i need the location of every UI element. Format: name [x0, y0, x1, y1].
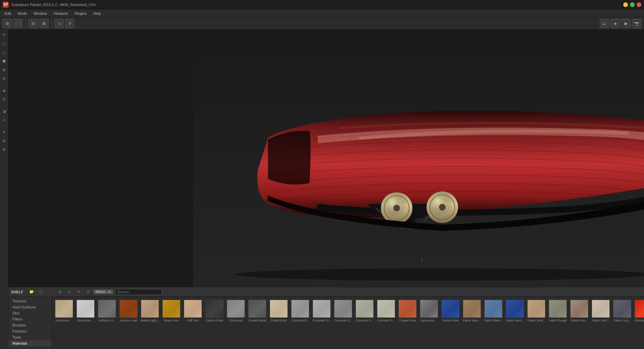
shelf-cat-filters[interactable]: Filters [8, 316, 52, 322]
toolbar-file-btn[interactable]: 🗂 [600, 19, 609, 28]
shelf-options-btn[interactable]: ⋯ [47, 288, 54, 296]
svg-point-6 [393, 205, 400, 211]
toolbar-mat-btn[interactable]: ◈ [610, 19, 620, 28]
material-item-9[interactable]: Coated Metal [247, 299, 267, 322]
shelf-title: SHELF [11, 290, 23, 294]
menu-viewport[interactable]: Viewport [50, 11, 71, 16]
shelf-header: SHELF 📁 ☐ ⋯ ⊘ ≡ ↻ ⊙ Materi... ✕ ⊞ — ✕ [8, 287, 644, 297]
material-item-13[interactable]: Concrete D... [333, 299, 353, 322]
toolbar: ⊞ ⋮⋮ ⊟ ⊠ ▭ ↺ 🗂 ◈ ▶ 📷 [0, 17, 644, 30]
shelf: SHELF 📁 ☐ ⋯ ⊘ ≡ ↻ ⊙ Materi... ✕ ⊞ — ✕ T [8, 287, 644, 349]
material-item-16[interactable]: Copper Pure [397, 299, 418, 322]
shelf-sidebar: Textures Hard Surfaces Skin Filters Brus… [8, 297, 52, 349]
toolbar-video-btn[interactable]: ▶ [621, 19, 631, 28]
shelf-cat-brushes[interactable]: Brushes [8, 322, 52, 328]
tool-select[interactable]: ⬡ [0, 40, 8, 48]
material-item-3[interactable]: Autumn Leaf [118, 299, 139, 322]
material-item-21[interactable]: Fabric Deni... [505, 299, 525, 322]
shelf-cat-skin[interactable]: Skin [8, 310, 52, 316]
material-item-24[interactable]: Fabric Rou... [569, 299, 589, 322]
tool-paint[interactable]: ✎ [0, 31, 8, 39]
material-item-18[interactable]: Denim Rivet [440, 299, 461, 322]
app-icon: SP [3, 2, 9, 8]
maximize-button[interactable] [630, 2, 635, 7]
shelf-cat-hard-surfaces[interactable]: Hard Surfaces [8, 304, 52, 310]
viewport-area: X Y Z Material SHELF 📁 ☐ ⋯ ⊘ ≡ ↻ [8, 30, 644, 349]
material-item-5[interactable]: Brass Pure [161, 299, 181, 322]
material-item-2[interactable]: Artificial Le... [97, 299, 117, 322]
material-item-26[interactable]: Fabric Suit... [612, 299, 632, 322]
shelf-items: Aluminium ... Aluminium ... Artificial L… [52, 297, 644, 349]
shelf-refresh-btn[interactable]: ↻ [75, 288, 82, 296]
toolbar-grid2-btn[interactable]: ⋮⋮ [13, 19, 23, 28]
material-item-10[interactable]: Cobalt Pure [269, 299, 289, 322]
shelf-cat-materials[interactable]: Materials [8, 340, 52, 346]
toolbar-sep-2 [51, 20, 52, 27]
material-item-23[interactable]: Fabric Rough [548, 299, 568, 322]
svg-point-1 [235, 268, 644, 281]
tool-mask[interactable]: ◑ [0, 107, 8, 115]
shelf-content: Textures Hard Surfaces Skin Filters Brus… [8, 297, 644, 349]
close-button[interactable] [637, 2, 641, 7]
tool-clone[interactable]: ⊕ [0, 66, 8, 74]
tool-anno[interactable]: ✦ [0, 128, 8, 136]
shelf-search-icon: ⊙ [84, 288, 92, 296]
titlebar: SP Substance Painter 2019.2.2 - AKM_Rewo… [0, 0, 644, 9]
material-item-8[interactable]: Chainmail [226, 299, 246, 322]
material-item-4[interactable]: Baked Light _ [140, 299, 160, 322]
material-item-20[interactable]: Fabric Base... [483, 299, 503, 322]
tool-layer[interactable]: ≡ [0, 116, 8, 124]
tool-fill[interactable]: ⬢ [0, 57, 8, 65]
shelf-more-btn[interactable]: ≡ [65, 288, 73, 296]
menu-plugins[interactable]: Plugins [71, 11, 90, 16]
tool-bake[interactable]: ⊛ [0, 137, 8, 145]
menu-help[interactable]: Help [90, 11, 104, 16]
tool-settings[interactable]: ⚙ [0, 146, 8, 154]
shelf-folder-btn[interactable]: 📁 [28, 288, 35, 296]
toolbar-sep-1 [25, 20, 26, 27]
toolbar-split-v-btn[interactable]: ⊠ [39, 19, 49, 28]
main-layout: ✎ ⬡ ◻ ⬢ ⊕ ≋ ◈ ⊙ ◑ ≡ ✦ ⊛ ⚙ [0, 30, 644, 349]
tool-color[interactable]: ◈ [0, 87, 8, 95]
material-item-25[interactable]: Fabric Soft... [591, 299, 611, 322]
material-item-12[interactable]: Concrete Cl... [312, 299, 332, 322]
toolbar-camera-btn[interactable]: 📷 [632, 19, 641, 28]
left-sidebar: ✎ ⬡ ◻ ⬢ ⊕ ≋ ◈ ⊙ ◑ ≡ ✦ ⊛ ⚙ [0, 30, 8, 349]
menu-mode[interactable]: Mode [14, 11, 31, 16]
window-title: Substance Painter 2019.2.2 - AKM_Reworke… [11, 3, 623, 7]
material-item-0[interactable]: Aluminium ... [54, 299, 74, 322]
toolbar-grid-btn[interactable]: ⊞ [3, 19, 12, 28]
tool-picker[interactable]: ⊙ [0, 95, 8, 103]
tool-eraser[interactable]: ◻ [0, 48, 8, 56]
material-item-17[interactable]: Damascus ... [419, 299, 439, 322]
material-item-6[interactable]: Calf Skin [183, 299, 203, 322]
shelf-filter-btn[interactable]: ⊘ [56, 288, 63, 296]
shelf-cat-particles[interactable]: Particles [8, 328, 52, 334]
material-item-11[interactable]: Concrete B... [290, 299, 310, 322]
menu-window[interactable]: Window [31, 11, 50, 16]
shelf-add-btn[interactable]: ☐ [37, 288, 45, 296]
filter-tag-close[interactable]: ✕ [108, 290, 111, 294]
minimize-button[interactable] [623, 2, 628, 7]
material-item-15[interactable]: Concrete S... [376, 299, 396, 322]
material-item-19[interactable]: Fabric Barn... [462, 299, 482, 322]
shelf-cat-tools[interactable]: Tools [8, 334, 52, 340]
material-item-1[interactable]: Aluminium ... [75, 299, 96, 322]
viewport[interactable]: X Y Z Material [8, 30, 644, 287]
material-item-27[interactable]: Flowing Lav... [634, 299, 644, 322]
menubar: Edit Mode Window Viewport Plugins Help [0, 9, 644, 17]
toolbar-frame-btn[interactable]: ▭ [54, 19, 64, 28]
tool-smudge[interactable]: ≋ [0, 74, 8, 83]
shelf-filter-tag[interactable]: Materi... ✕ [94, 290, 113, 294]
material-item-22[interactable]: Fabric Knitt... [526, 299, 546, 322]
shelf-search-input[interactable] [115, 289, 162, 295]
material-item-14[interactable]: Concrete S... [355, 299, 375, 322]
shelf-cat-textures[interactable]: Textures [8, 298, 52, 304]
svg-point-10 [439, 204, 446, 211]
window-controls [623, 2, 641, 7]
viewport-scene: X Y Z [8, 30, 644, 287]
material-item-7[interactable]: Carbon Fiber [204, 299, 224, 322]
toolbar-reset-btn[interactable]: ↺ [65, 19, 74, 28]
toolbar-split-h-btn[interactable]: ⊟ [29, 19, 38, 28]
menu-edit[interactable]: Edit [1, 11, 14, 16]
